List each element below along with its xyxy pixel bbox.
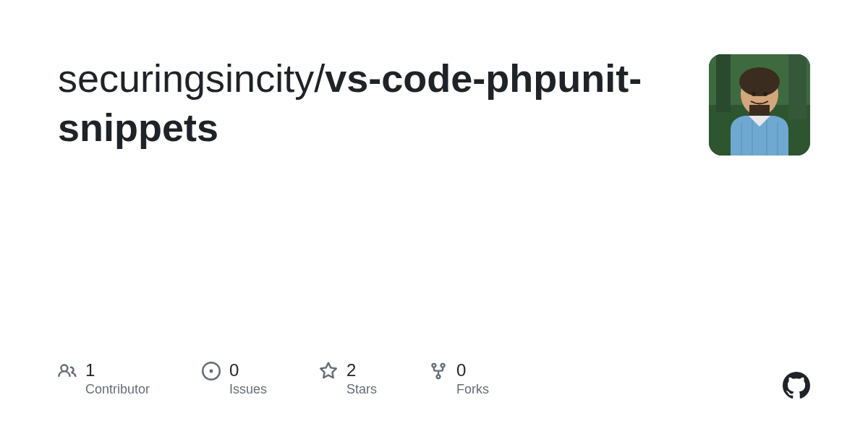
issue-icon [202, 362, 221, 380]
owner-avatar[interactable] [709, 54, 810, 156]
stat-forks-text: 0 Forks [456, 360, 489, 398]
svg-point-7 [752, 92, 756, 96]
stat-stars-text: 2 Stars [346, 360, 377, 398]
contributors-label: Contributor [85, 382, 150, 398]
stat-contributors[interactable]: 1 Contributor [58, 360, 150, 398]
forks-label: Forks [456, 382, 489, 398]
issues-count: 0 [229, 360, 267, 381]
stat-contributors-text: 1 Contributor [85, 360, 150, 398]
people-icon [58, 362, 77, 380]
fork-icon [429, 362, 448, 380]
forks-count: 0 [456, 360, 489, 381]
stat-issues[interactable]: 0 Issues [202, 360, 267, 398]
stat-issues-text: 0 Issues [229, 360, 267, 398]
header-row: securingsincity/vs-code-phpunit-snippets [0, 0, 868, 156]
contributors-count: 1 [85, 360, 150, 381]
repo-stats-row: 1 Contributor 0 Issues 2 Stars 0 Forks [58, 360, 489, 398]
issues-label: Issues [229, 382, 267, 398]
star-icon [319, 362, 338, 380]
avatar-image [709, 54, 810, 156]
stars-label: Stars [346, 382, 377, 398]
repo-title: securingsincity/vs-code-phpunit-snippets [58, 54, 680, 152]
svg-rect-2 [716, 54, 731, 112]
repo-title-block: securingsincity/vs-code-phpunit-snippets [58, 54, 709, 152]
github-logo[interactable] [783, 372, 810, 399]
svg-point-8 [763, 92, 767, 96]
stat-stars[interactable]: 2 Stars [319, 360, 377, 398]
repo-owner[interactable]: securingsincity [58, 56, 314, 100]
stars-count: 2 [346, 360, 377, 381]
repo-slash: / [314, 56, 325, 100]
svg-point-5 [739, 67, 780, 96]
stat-forks[interactable]: 0 Forks [429, 360, 489, 398]
svg-rect-3 [788, 54, 807, 119]
github-mark-icon [783, 372, 810, 399]
